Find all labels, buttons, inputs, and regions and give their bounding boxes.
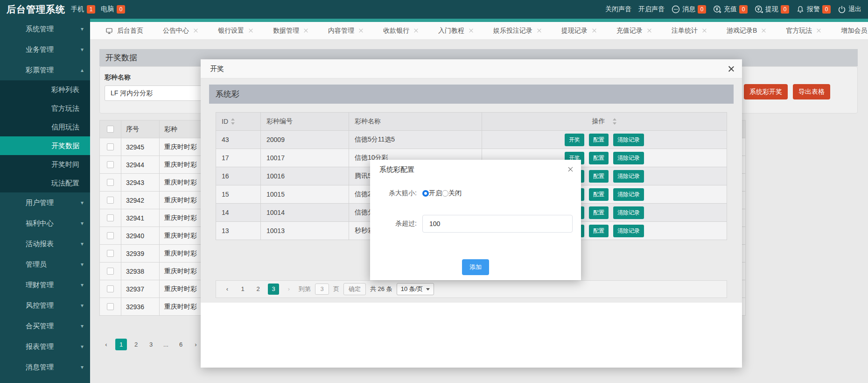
clear-records-button[interactable]: 清除记录 — [613, 170, 644, 183]
sidebar-item[interactable]: 风控管理 ▾ — [0, 295, 90, 316]
tab-close-icon[interactable] — [469, 28, 474, 33]
configure-button[interactable]: 配置 — [589, 134, 609, 146]
page-button[interactable]: › — [190, 339, 202, 350]
kill-exceed-input[interactable] — [422, 215, 573, 233]
tab-close-icon[interactable] — [303, 28, 308, 33]
sort-icon[interactable] — [613, 118, 617, 125]
header-action[interactable]: 退出 — [838, 5, 861, 14]
tab-close-icon[interactable] — [193, 28, 198, 33]
sidebar-item[interactable]: 用户管理 ▾ — [0, 192, 90, 213]
page-button[interactable]: 3 — [145, 339, 157, 350]
row-checkbox[interactable] — [107, 285, 114, 292]
configure-button[interactable]: 配置 — [589, 188, 609, 201]
row-checkbox[interactable] — [107, 232, 114, 239]
page-button[interactable]: 6 — [175, 339, 187, 350]
close-icon[interactable] — [728, 65, 735, 72]
sort-icon[interactable] — [231, 118, 235, 125]
tab[interactable]: 公告中心 — [153, 22, 208, 39]
row-checkbox[interactable] — [107, 161, 114, 168]
row-checkbox[interactable] — [107, 214, 114, 221]
sidebar-item[interactable]: 彩票管理 ▴ — [0, 60, 90, 80]
page-button[interactable]: ... — [160, 339, 172, 350]
row-checkbox[interactable] — [107, 268, 114, 275]
tab-close-icon[interactable] — [248, 28, 253, 33]
open-draw-button[interactable]: 开奖 — [565, 134, 584, 146]
tab[interactable]: 收款银行 — [373, 22, 428, 39]
radio-option[interactable]: 关闭 — [442, 189, 462, 198]
add-button[interactable]: 添加 — [462, 259, 489, 275]
sidebar-item[interactable]: 开奖数据 — [0, 136, 90, 155]
select-all-checkbox[interactable] — [107, 126, 114, 133]
header-action[interactable]: 充值 0 — [713, 5, 748, 14]
page-button[interactable]: ‹ — [222, 284, 233, 295]
tab[interactable]: 充值记录 — [607, 22, 662, 39]
tab[interactable]: 提现记录 — [552, 22, 607, 39]
row-checkbox[interactable] — [107, 179, 114, 186]
header-action[interactable]: 消息 0 — [672, 5, 706, 14]
tab-close-icon[interactable] — [647, 28, 652, 33]
row-checkbox[interactable] — [107, 143, 114, 150]
radio-option[interactable]: 开启 — [422, 189, 442, 198]
sidebar-item[interactable]: 管理员 ▾ — [0, 254, 90, 275]
configure-button[interactable]: 配置 — [589, 152, 609, 164]
header-action[interactable]: 关闭声音 — [605, 5, 631, 14]
clear-records-button[interactable]: 清除记录 — [613, 134, 644, 146]
tab[interactable]: 官方玩法 — [776, 22, 831, 39]
tab-close-icon[interactable] — [592, 28, 597, 33]
tab-close-icon[interactable] — [816, 28, 821, 33]
radio-icon[interactable] — [442, 190, 448, 197]
page-button[interactable]: 1 — [237, 284, 248, 295]
tab[interactable]: 内容管理 — [318, 22, 373, 39]
tab[interactable]: 入门教程 — [428, 22, 483, 39]
tab-close-icon[interactable] — [761, 28, 766, 33]
page-button[interactable]: 2 — [252, 284, 264, 295]
sidebar-item[interactable]: 合买管理 ▾ — [0, 316, 90, 336]
system-lottery-open-button[interactable]: 系统彩开奖 — [744, 84, 788, 99]
tab[interactable]: 游戏记录B — [717, 22, 776, 39]
page-button[interactable]: 1 — [115, 339, 127, 350]
tab[interactable]: 娱乐投注记录 — [483, 22, 552, 39]
tab-close-icon[interactable] — [358, 28, 364, 33]
sidebar-item[interactable]: 官方玩法 — [0, 99, 90, 118]
tab-close-icon[interactable] — [537, 28, 542, 33]
row-checkbox[interactable] — [107, 250, 114, 257]
sidebar-item[interactable]: 报表管理 ▾ — [0, 336, 90, 357]
tab-close-icon[interactable] — [702, 28, 707, 33]
sidebar-item[interactable]: 业务管理 ▾ — [0, 39, 90, 60]
tab[interactable]: 增加会员 — [831, 22, 868, 39]
sidebar-item[interactable]: 消息管理 ▾ — [0, 357, 90, 377]
row-checkbox[interactable] — [107, 303, 114, 310]
configure-button[interactable]: 配置 — [589, 206, 609, 219]
page-button[interactable]: › — [283, 284, 294, 295]
tab[interactable]: 银行设置 — [208, 22, 263, 39]
sidebar-item[interactable]: 彩种列表 — [0, 80, 90, 99]
clear-records-button[interactable]: 清除记录 — [613, 225, 644, 237]
tab-close-icon[interactable] — [413, 28, 419, 33]
clear-records-button[interactable]: 清除记录 — [613, 206, 644, 219]
close-icon[interactable] — [567, 166, 574, 172]
export-table-button[interactable]: 导出表格 — [793, 84, 830, 99]
page-button[interactable]: 2 — [130, 339, 142, 350]
configure-button[interactable]: 配置 — [589, 170, 609, 183]
page-button[interactable]: 3 — [268, 284, 279, 295]
tab[interactable]: 注单统计 — [662, 22, 717, 39]
page-button[interactable]: ‹ — [100, 339, 112, 350]
sidebar-item[interactable]: 理财管理 ▾ — [0, 275, 90, 295]
row-checkbox[interactable] — [107, 197, 114, 204]
configure-button[interactable]: 配置 — [589, 225, 609, 237]
sidebar-item[interactable]: 开奖时间 — [0, 155, 90, 174]
sidebar-item[interactable]: 活动报表 ▾ — [0, 234, 90, 254]
tab[interactable]: 数据管理 — [263, 22, 318, 39]
page-size-select[interactable]: 10 条/页 — [397, 283, 434, 295]
clear-records-button[interactable]: 清除记录 — [613, 188, 644, 201]
goto-page-input[interactable]: 3 — [315, 284, 329, 295]
radio-icon[interactable] — [422, 190, 429, 197]
header-action[interactable]: 报警 0 — [796, 5, 831, 14]
sidebar-item[interactable]: 福利中心 ▾ — [0, 213, 90, 234]
tab[interactable]: 后台首页 — [96, 22, 153, 39]
header-action[interactable]: 开启声音 — [638, 5, 665, 14]
header-action[interactable]: 提现 0 — [755, 5, 789, 14]
confirm-page-button[interactable]: 确定 — [343, 283, 366, 295]
sidebar-item[interactable]: 系统管理 ▾ — [0, 19, 90, 39]
sidebar-item[interactable]: 信用玩法 — [0, 118, 90, 136]
